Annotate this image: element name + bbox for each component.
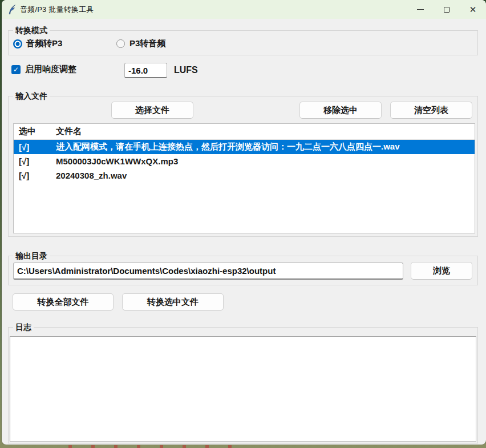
output-path-input[interactable] [13,263,403,280]
radio-audio-to-p3[interactable]: 音频转P3 [13,38,62,49]
convert-all-button[interactable]: 转换全部文件 [13,293,114,310]
lufs-input[interactable] [124,63,167,78]
maximize-icon [444,7,449,13]
row-filename-cell: 进入配网模式，请在手机上连接热点，然后打开浏览器访问：一九二点一六八点四点一.w… [56,142,475,152]
minimize-icon [417,9,424,10]
radio-on-icon [13,39,22,49]
loudness-checkbox-label: 启用响度调整 [25,64,76,75]
row-filename-cell: M500003J0cWK1WWxQX.mp3 [56,156,475,166]
window-controls: ✕ [407,0,486,19]
radio-p3-to-audio[interactable]: P3转音频 [116,38,165,49]
row-checked-cell: [√] [14,156,56,166]
input-files-group: 输入文件 选择文件 移除选中 清空列表 选中 文件名 [√] 进入配网模式，请在… [8,96,478,237]
select-files-button[interactable]: 选择文件 [111,102,193,119]
remove-selected-button[interactable]: 移除选中 [299,102,382,119]
desktop-wallpaper [68,445,240,448]
browse-button[interactable]: 浏览 [411,262,472,280]
log-group: 日志 [8,327,478,443]
clear-list-button[interactable]: 清空列表 [390,102,472,119]
radio-audio-to-p3-label: 音频转P3 [26,38,62,49]
checkbox-checked-icon: ✓ [11,65,21,74]
loudness-checkbox[interactable]: ✓ 启用响度调整 [11,64,76,75]
log-group-title: 日志 [13,322,34,332]
close-icon: ✕ [469,5,477,14]
mode-group: 转换模式 音频转P3 P3转音频 [8,30,478,55]
maximize-button[interactable] [434,0,460,19]
table-row[interactable]: [√] 进入配网模式，请在手机上连接热点，然后打开浏览器访问：一九二点一六八点四… [14,140,475,154]
lufs-unit-label: LUFS [174,65,198,75]
mode-group-title: 转换模式 [13,25,50,35]
radio-off-icon [116,39,125,48]
file-table-header: 选中 文件名 [14,124,475,140]
header-checked-column: 选中 [14,126,56,137]
log-textarea[interactable] [10,336,476,442]
input-files-group-title: 输入文件 [13,91,50,101]
output-directory-group-title: 输出目录 [13,251,50,261]
file-table[interactable]: 选中 文件名 [√] 进入配网模式，请在手机上连接热点，然后打开浏览器访问：一九… [13,123,475,233]
table-row[interactable]: [√] 20240308_zh.wav [14,168,475,183]
row-checked-cell: [√] [14,142,56,152]
header-filename-column: 文件名 [56,126,475,137]
convert-selected-button[interactable]: 转换选中文件 [122,293,224,310]
titlebar: 音频/P3 批量转换工具 ✕ [2,0,486,19]
minimize-button[interactable] [407,0,434,19]
feather-icon [8,5,16,15]
window-title: 音频/P3 批量转换工具 [20,5,94,15]
app-window: 音频/P3 批量转换工具 ✕ 转换模式 音频转P3 P3转音频 ✓ 启用响度调整… [2,0,486,445]
row-checked-cell: [√] [14,171,56,180]
row-filename-cell: 20240308_zh.wav [56,171,475,180]
close-button[interactable]: ✕ [460,0,486,19]
table-row[interactable]: [√] M500003J0cWK1WWxQX.mp3 [14,154,475,168]
radio-p3-to-audio-label: P3转音频 [129,38,165,49]
output-directory-group: 输出目录 浏览 [8,256,478,285]
